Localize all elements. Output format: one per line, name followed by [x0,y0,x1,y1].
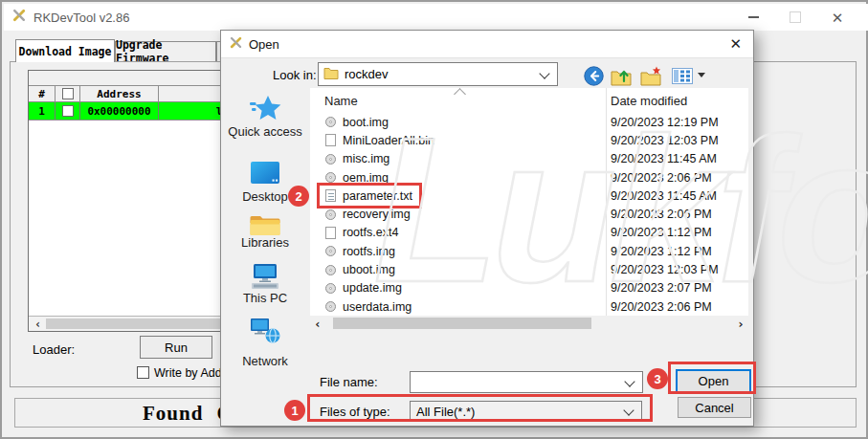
dialog-title: Open [249,37,279,52]
file-row[interactable]: recovery.img 9/20/2023 2:06 PM [310,205,748,223]
file-date: 9/20/2023 1:12 PM [611,245,712,258]
row-num: 1 [29,102,56,120]
file-name: misc.img [343,152,389,165]
sidebar-item-libraries[interactable]: Libraries [221,235,309,250]
files-of-type-value: All File(*.*) [416,405,475,419]
write-by-addr-checkbox[interactable] [137,366,149,379]
file-row[interactable]: MiniLoaderAll.bin 9/20/2023 12:03 PM [310,131,748,149]
file-type-icon [325,134,336,146]
minimize-icon[interactable] [732,4,774,31]
file-name: oem.img [343,171,389,185]
file-name: parameter.txt [343,189,412,203]
close-icon[interactable]: ✕ [816,4,858,31]
network-icon[interactable] [221,317,309,343]
file-date: 9/20/2023 12:03 PM [611,134,719,147]
file-name-input[interactable] [413,374,623,392]
scroll-left-icon[interactable]: ‹ [31,318,45,330]
sort-caret-icon[interactable] [454,88,466,100]
sidebar-item-network[interactable]: Network [221,354,309,368]
select-all-checkbox[interactable] [62,88,74,99]
look-in-label: Look in: [273,68,317,82]
write-by-addr-label: Write by Addr [154,366,226,380]
file-type-icon [325,301,336,312]
file-type-icon [325,227,336,239]
col-header-checkbox[interactable] [56,86,80,101]
file-name: uboot.img [343,263,395,276]
file-row[interactable]: rootfs.ext4 9/20/2023 1:12 PM [310,224,748,242]
sidebar-item-this-pc[interactable]: This PC [221,291,309,305]
this-pc-icon[interactable] [221,263,309,290]
file-name: rootfs.ext4 [343,226,398,239]
dialog-close-icon[interactable]: ✕ [729,36,742,51]
chevron-down-icon[interactable] [623,405,634,415]
desktop-icon[interactable] [221,161,309,186]
tab-upgrade-firmware[interactable]: Upgrade Firmware [115,41,216,61]
file-list-rows: boot.img 9/20/2023 12:19 PM MiniLoaderAl… [310,113,748,316]
chevron-down-icon[interactable] [624,376,634,386]
scroll-right-icon[interactable]: › [737,317,745,331]
open-button[interactable]: Open [676,369,751,393]
look-in-combobox[interactable]: rockdev [318,62,558,86]
list-horizontal-scrollbar[interactable]: ‹ › [310,316,748,331]
window-title: RKDevTool v2.86 [33,11,129,25]
file-row[interactable]: parameter.txt 9/20/2023 11:45 AM [310,187,748,205]
file-name: recovery.img [343,208,411,221]
view-menu-caret-icon[interactable] [698,73,705,77]
file-date: 9/20/2023 12:19 PM [611,116,719,129]
file-type-icon [325,246,336,256]
file-name-label: File name: [320,375,378,389]
file-type-icon [325,172,336,183]
file-name: MiniLoaderAll.bin [343,134,434,147]
back-icon[interactable] [583,65,605,86]
app-icon [11,8,27,27]
scroll-left-icon[interactable]: ‹ [314,317,322,331]
sidebar-item-quick-access[interactable]: Quick access [221,124,309,139]
row-checkbox-cell[interactable] [56,102,80,120]
file-row[interactable]: misc.img 9/20/2023 11:45 AM [310,150,748,168]
open-dialog: Open ✕ Look in: rockdev [220,30,754,427]
file-type-icon [325,189,336,202]
file-date: 9/20/2023 11:45 AM [611,152,717,165]
file-name-combobox[interactable] [410,371,643,393]
file-row[interactable]: boot.img 9/20/2023 12:19 PM [310,113,748,131]
file-type-icon [325,265,336,275]
view-menu-icon[interactable] [671,65,693,86]
file-date: 9/20/2023 2:06 PM [611,208,712,221]
files-of-type-combobox[interactable]: All File(*.*) [410,401,642,422]
loader-label: Loader: [33,342,75,357]
maximize-icon[interactable] [774,4,816,31]
column-header-name[interactable]: Name [324,94,358,108]
file-type-icon [325,117,336,127]
dialog-titlebar: Open [221,31,753,58]
file-name: update.img [343,281,402,295]
scroll-thumb[interactable] [333,318,591,329]
file-name: boot.img [343,116,389,129]
libraries-icon[interactable] [221,211,309,236]
file-row[interactable]: update.img 9/20/2023 2:07 PM [310,279,748,297]
file-row[interactable]: oem.img 9/20/2023 2:06 PM [310,168,748,187]
chevron-down-icon[interactable] [539,68,549,78]
file-row[interactable]: uboot.img 9/20/2023 12:03 PM [310,260,748,278]
row-checkbox[interactable] [62,105,74,117]
file-date: 9/20/2023 11:45 AM [611,189,717,203]
file-date: 9/20/2023 2:07 PM [611,281,712,295]
file-row[interactable]: userdata.img 9/20/2023 2:06 PM [310,297,748,316]
run-button[interactable]: Run [140,336,212,359]
cancel-button[interactable]: Cancel [678,397,751,418]
col-header-address: Address [80,86,159,101]
dialog-app-icon [229,35,243,54]
file-date: 9/20/2023 1:12 PM [611,226,712,239]
col-header-num: # [29,86,56,101]
file-list: Name Date modified boot.img 9/20/2023 12… [310,88,748,331]
file-name: rootfs.img [343,245,395,258]
sidebar-item-desktop[interactable]: Desktop [221,189,309,204]
quick-access-icon[interactable] [221,94,309,124]
folder-icon [323,67,339,82]
file-type-icon [325,209,336,220]
column-header-date[interactable]: Date modified [611,94,687,108]
file-date: 9/20/2023 2:06 PM [611,300,712,314]
new-folder-icon[interactable] [640,65,662,86]
file-row[interactable]: rootfs.img 9/20/2023 1:12 PM [310,242,748,260]
up-one-level-icon[interactable] [610,65,632,86]
tab-download-image[interactable]: Download Image [15,39,115,62]
